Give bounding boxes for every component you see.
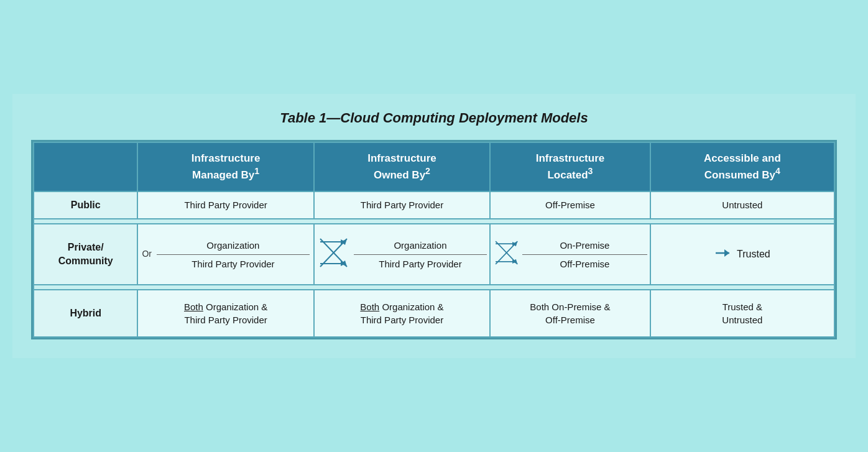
hybrid-owned: Both Organization &Third Party Provider <box>314 290 490 337</box>
hybrid-located: Both On-Premise &Off-Premise <box>490 290 650 337</box>
hybrid-consumed-line2: Untrusted <box>722 315 762 325</box>
table-container: InfrastructureManaged By1 Infrastructure… <box>31 140 837 339</box>
private-managed: Or Organization Third Party Provider <box>137 224 313 285</box>
cross-arrows-icon-2 <box>493 229 521 279</box>
header-managed: InfrastructureManaged By1 <box>137 142 313 191</box>
private-located-options: On-Premise Off-Premise <box>522 239 647 270</box>
public-consumed: Untrusted <box>650 191 834 219</box>
private-model: Private/ Community <box>34 224 137 285</box>
hybrid-consumed: Trusted & Untrusted <box>650 290 834 337</box>
private-owned-options: Organization Third Party Provider <box>354 239 487 270</box>
private-consumed-text: Trusted <box>737 247 770 261</box>
private-cross-owned: Organization Third Party Provider <box>314 224 490 285</box>
right-arrow-icon <box>714 241 733 269</box>
svg-marker-17 <box>724 249 729 257</box>
spacer-row-2 <box>34 285 834 290</box>
private-row: Private/ Community Or Organization Third… <box>34 224 834 285</box>
page-wrapper: Table 1—Cloud Computing Deployment Model… <box>12 94 856 358</box>
private-located-bottom: Off-Premise <box>560 257 610 270</box>
hybrid-located-text: Both On-Premise &Off-Premise <box>530 302 610 325</box>
header-model <box>34 142 137 191</box>
hybrid-model: Hybrid <box>34 290 137 337</box>
private-owned-bottom: Third Party Provider <box>379 257 461 270</box>
public-located: Off-Premise <box>490 191 650 219</box>
private-located-top: On-Premise <box>560 239 609 252</box>
hybrid-consumed-line1: Trusted & <box>723 302 762 312</box>
public-model: Public <box>34 191 137 219</box>
public-managed: Third Party Provider <box>137 191 313 219</box>
hybrid-row: Hybrid Both Organization &Third Party Pr… <box>34 290 834 337</box>
spacer-row-1 <box>34 219 834 224</box>
public-owned: Third Party Provider <box>314 191 490 219</box>
hybrid-owned-both: Both <box>360 302 379 312</box>
header-owned: InfrastructureOwned By2 <box>314 142 490 191</box>
private-or-label: Or <box>142 248 152 261</box>
private-owned-top: Organization <box>394 239 446 252</box>
header-consumed: Accessible andConsumed By4 <box>650 142 834 191</box>
cross-arrows-icon <box>317 229 351 279</box>
private-consumed: Trusted <box>650 224 834 285</box>
header-located: InfrastructureLocated3 <box>490 142 650 191</box>
hybrid-managed-both: Both <box>184 302 203 312</box>
public-row: Public Third Party Provider Third Party … <box>34 191 834 219</box>
hybrid-managed: Both Organization &Third Party Provider <box>137 290 313 337</box>
table-title: Table 1—Cloud Computing Deployment Model… <box>31 106 837 130</box>
private-managed-top: Organization <box>206 239 259 252</box>
private-managed-options: Organization Third Party Provider <box>157 239 310 270</box>
deployment-models-table: InfrastructureManaged By1 Infrastructure… <box>33 142 835 338</box>
private-cross-located: On-Premise Off-Premise <box>490 224 650 285</box>
private-managed-bottom: Third Party Provider <box>192 257 274 270</box>
